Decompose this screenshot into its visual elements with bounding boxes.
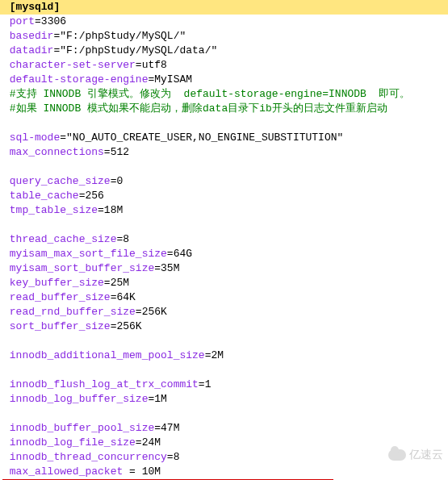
config-line: innodb_log_buffer_size=1M [0,392,448,407]
config-key: character-set-server [10,59,136,71]
config-line: innodb_additional_mem_pool_size=2M [0,349,448,363]
config-line: read_buffer_size=64K [0,290,448,305]
config-value: utf8 [142,59,167,71]
config-line: basedir="F:/phpStudy/MySQL/" [0,29,448,44]
config-line: read_rnd_buffer_size=256K [0,305,448,319]
config-line [0,160,448,174]
config-key: read_buffer_size [10,291,111,303]
config-key: innodb_log_buffer_size [10,393,149,405]
config-value: 8 [123,233,129,245]
config-key: table_cache [10,190,79,202]
comment-text: #支持 INNODB 引擎模式。修改为 default-storage-engi… [3,88,410,100]
config-key: sql-mode [10,131,60,144]
config-line: datadir="F:/phpStudy/MySQL/data/" [0,44,448,58]
config-line: tmp_table_size=18M [0,203,448,218]
watermark: 亿速云 [388,448,443,462]
config-line: max_allowed_packet = 10M [0,465,448,479]
config-value: 47M [161,422,179,434]
config-key: port [10,15,35,27]
config-line [0,218,448,232]
config-line: key_buffer_size=25M [0,276,448,290]
config-line [0,334,448,349]
config-line: sql-mode="NO_AUTO_CREATE_USER,NO_ENGINE_… [0,131,448,145]
config-line [0,116,448,131]
config-line: innodb_buffer_pool_size=47M [0,421,448,436]
config-key: sort_buffer_size [10,320,111,332]
section-header: [mysqld] [0,0,448,15]
config-value: 35M [161,262,179,274]
config-key: innodb_additional_mem_pool_size [10,349,205,361]
config-line: #支持 INNODB 引擎模式。修改为 default-storage-engi… [0,87,448,102]
config-key: tmp_table_size [10,204,98,216]
config-line: myisam_max_sort_file_size=64G [0,247,448,261]
config-value: MyISAM [154,73,192,86]
config-line: default-storage-engine=MyISAM [0,73,448,87]
config-key: max_allowed_packet [10,465,123,478]
config-value: "F:/phpStudy/MySQL/" [60,30,186,42]
config-line: innodb_log_file_size=24M [0,436,448,450]
config-line: sort_buffer_size=256K [0,319,448,334]
config-line [0,363,448,378]
config-value: 25M [111,277,129,289]
config-line: innodb_thread_concurrency=8 [0,450,448,465]
config-key: myisam_max_sort_file_size [10,248,167,260]
cloud-icon [388,449,406,461]
config-value: "NO_AUTO_CREATE_USER,NO_ENGINE_SUBSTITUT… [66,131,343,144]
config-key: innodb_thread_concurrency [10,451,167,463]
config-value: 24M [142,436,161,449]
config-line: port=3306 [0,15,448,29]
config-value: 0 [116,175,123,187]
config-key: max_connections [10,146,104,158]
config-line: innodb_flush_log_at_trx_commit=1 [0,378,448,392]
config-value: 256 [85,190,103,202]
config-value: "F:/phpStudy/MySQL/data/" [60,44,217,56]
config-key: datadir [10,44,54,56]
config-key: innodb_flush_log_at_trx_commit [10,378,199,390]
config-key: myisam_sort_buffer_size [10,262,154,274]
config-key: innodb_buffer_pool_size [10,422,154,434]
config-key: default-storage-engine [10,73,149,86]
config-value: 3306 [41,15,66,27]
config-key: key_buffer_size [10,277,104,289]
config-value: 1M [154,393,167,405]
config-value: 256K [116,320,141,332]
config-value: 2M [211,349,224,361]
config-value: 10M [142,465,161,478]
config-line: myisam_sort_buffer_size=35M [0,261,448,276]
config-key: thread_cache_size [10,233,117,245]
config-value: 8 [174,451,180,463]
config-key: basedir [10,30,54,42]
config-line: thread_cache_size=8 [0,232,448,247]
config-value: 1 [205,378,211,390]
config-key: innodb_log_file_size [10,436,136,449]
config-value: 256K [142,306,167,318]
config-line: character-set-server=utf8 [0,58,448,73]
watermark-text: 亿速云 [409,448,443,462]
config-value: 512 [111,146,129,158]
comment-text: #如果 INNODB 模式如果不能启动，删除data目录下ib开头的日志文件重新… [3,102,387,115]
config-line: max_connections=512 [0,145,448,160]
config-value: 64G [174,248,192,260]
config-key: read_rnd_buffer_size [10,306,136,318]
config-line: query_cache_size=0 [0,174,448,189]
config-key: query_cache_size [10,175,111,187]
config-line [0,407,448,421]
config-line: table_cache=256 [0,189,448,203]
config-value: 18M [104,204,123,216]
config-line: #如果 INNODB 模式如果不能启动，删除data目录下ib开头的日志文件重新… [0,102,448,116]
config-value: 64K [116,291,135,303]
config-file-view: [mysqld] port=3306 basedir="F:/phpStudy/… [0,0,448,480]
